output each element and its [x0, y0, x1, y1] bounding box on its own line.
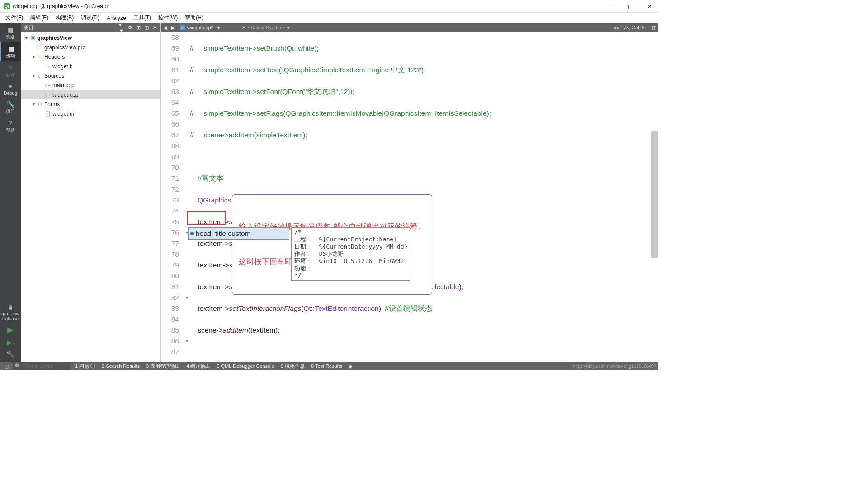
project-tree[interactable]: ▾▣graphicsView 📄graphicsView.pro ▾h.Head… [21, 32, 160, 362]
wrench-icon: 🔧 [6, 100, 15, 108]
run-debug-button[interactable]: ▶⌖ [0, 337, 21, 348]
folder-ui-icon: ui [36, 102, 43, 107]
split-icon[interactable]: ◫ [143, 24, 150, 31]
mode-projects-label: 项目 [6, 108, 15, 115]
folder-h-icon: h. [36, 54, 43, 60]
code-content[interactable]: // simpleTextItem->setBrush(Qt::white); … [190, 32, 658, 362]
close-button[interactable]: ✕ [645, 1, 655, 11]
play-debug-icon: ▶⌖ [7, 338, 14, 347]
mode-help[interactable]: ?帮助 [0, 117, 21, 136]
close-panel-icon[interactable]: ✕ [151, 24, 158, 31]
highlight-box [187, 211, 226, 225]
mode-help-label: 帮助 [6, 127, 15, 134]
mode-edit[interactable]: ▤编辑 [0, 42, 21, 61]
mode-edit-label: 编辑 [6, 53, 15, 59]
symbol-dropdown[interactable]: ▾ [285, 25, 292, 31]
tree-widget-h[interactable]: hwidget.h [21, 61, 160, 71]
menu-analyze[interactable]: Analyze [103, 14, 130, 22]
project-sidebar: 项目 ▾ ▼ ⟳ ⊞ ◫ ✕ ▾▣graphicsView 📄graphicsV… [21, 23, 161, 362]
mode-selector: ▦欢迎 ▤编辑 ✎设计 ⌖Debug 🔧项目 ?帮助 🖥gra…iewRelea… [0, 23, 21, 362]
grid-icon: ▦ [6, 26, 15, 33]
current-file-name: widget.cpp* [187, 25, 213, 30]
search-icon: 🔍 [14, 363, 21, 369]
cpp-file-icon: c+ [44, 92, 52, 98]
sb-more[interactable]: ◆ [346, 363, 355, 369]
snippet-icon [190, 232, 194, 235]
fold-column[interactable]: ▾▾▾ [184, 32, 190, 362]
play-icon: ▶ [7, 325, 14, 335]
code-editor[interactable]: 5859606162636465666768697071727374757677… [161, 32, 658, 362]
build-button[interactable]: 🔨 [0, 348, 21, 360]
sb-compile-output[interactable]: 4 编译输出 [184, 363, 213, 370]
link-icon[interactable]: ⊞ [135, 24, 142, 31]
sb-test-results[interactable]: 8 Test Results [308, 363, 345, 369]
mode-welcome[interactable]: ▦欢迎 [0, 23, 21, 42]
sync-icon[interactable]: ⟳ [127, 24, 133, 31]
app-icon: Qt [4, 3, 10, 9]
kit-selector[interactable]: 🖥gra…iewRelease [0, 302, 21, 323]
design-icon: ✎ [6, 64, 15, 71]
menu-tools[interactable]: 工具(T) [130, 13, 155, 23]
sidebar-title: 项目 [24, 24, 117, 31]
mode-debug[interactable]: ⌖Debug [0, 80, 21, 98]
tree-forms[interactable]: ▾uiForms [21, 99, 160, 109]
filter-icon[interactable]: ▾ ▼ [119, 24, 125, 31]
statusbar: ◫ 🔍 1 问题 ⓘ 2 Search Results 3 应用程序输出 4 编… [0, 362, 658, 370]
tree-main-cpp[interactable]: c+main.cpp [21, 80, 160, 90]
nav-forward[interactable]: ▶ [169, 25, 177, 31]
menubar: 文件(F) 编辑(E) 构建(B) 调试(D) Analyze 工具(T) 控件… [0, 13, 658, 23]
menu-edit[interactable]: 编辑(E) [27, 13, 52, 23]
nav-back[interactable]: ◀ [161, 25, 169, 31]
sb-app-output[interactable]: 3 应用程序输出 [143, 363, 183, 370]
cursor-position: Line: 75, Col: 5 [606, 25, 650, 30]
menu-debug[interactable]: 调试(D) [77, 13, 103, 23]
menu-file[interactable]: 文件(F) [2, 13, 27, 23]
tree-pro-file[interactable]: 📄graphicsView.pro [21, 42, 160, 52]
editor-pane: ◀ ▶ c+ widget.cpp* ▾ ✕ <Select Symbol> ▾… [161, 23, 658, 362]
build-config-label: Release [2, 316, 19, 321]
locator-input[interactable]: 🔍 [13, 362, 71, 370]
tree-widget-cpp[interactable]: c+widget.cpp [21, 90, 160, 99]
menu-help[interactable]: 帮助(H) [181, 13, 207, 23]
run-button[interactable]: ▶ [0, 323, 21, 337]
sb-issues[interactable]: 1 问题 ⓘ [72, 363, 98, 370]
cpp-file-icon: c+ [180, 25, 185, 30]
watermark: https://blog.csdn.net/xiaolong1126626497 [573, 364, 656, 369]
symbol-selector[interactable]: <Select Symbol> [248, 25, 285, 30]
tree-headers[interactable]: ▾h.Headers [21, 52, 160, 61]
maximize-button[interactable]: ▢ [626, 1, 636, 11]
close-file[interactable]: ✕ [240, 25, 248, 31]
sb-general[interactable]: 6 概要信息 [278, 363, 307, 370]
ui-file-icon: 📋 [44, 111, 52, 117]
tree-widget-ui[interactable]: 📋widget.ui [21, 109, 160, 118]
mode-welcome-label: 欢迎 [6, 34, 15, 40]
h-file-icon: h [44, 64, 52, 69]
scrollbar-thumb[interactable] [651, 131, 658, 258]
sb-qml-console[interactable]: 5 QML Debugger Console [214, 363, 277, 369]
tree-sources[interactable]: ▾c.Sources [21, 71, 160, 80]
window-title: widget.cpp @ graphicsView - Qt Creator [13, 3, 607, 9]
locator-field[interactable] [23, 363, 70, 369]
mode-design[interactable]: ✎设计 [0, 61, 21, 80]
fold-marker[interactable]: ▾ [184, 292, 190, 303]
sb-search-results[interactable]: 2 Search Results [99, 363, 142, 369]
line-gutter: 5859606162636465666768697071727374757677… [161, 32, 184, 362]
editor-toolbar: ◀ ▶ c+ widget.cpp* ▾ ✕ <Select Symbol> ▾… [161, 23, 658, 32]
minimize-button[interactable]: — [607, 1, 617, 11]
toggle-sidebar[interactable]: ◫ [2, 363, 12, 369]
mode-debug-label: Debug [4, 91, 17, 96]
project-icon: ▣ [29, 35, 36, 41]
monitor-icon: 🖥 [6, 304, 15, 311]
split-editor[interactable]: ◫ [650, 25, 658, 31]
tree-root[interactable]: ▾▣graphicsView [21, 33, 160, 42]
menu-widgets[interactable]: 控件(W) [155, 13, 181, 23]
fold-marker[interactable]: ▾ [184, 336, 190, 347]
current-file-tab[interactable]: c+ widget.cpp* [177, 23, 216, 32]
autocomplete-popup[interactable]: head_title custom [188, 227, 289, 240]
menu-build[interactable]: 构建(B) [52, 13, 77, 23]
mode-projects[interactable]: 🔧项目 [0, 98, 21, 117]
file-dropdown[interactable]: ▾ [216, 25, 240, 31]
autocomplete-item-label: head_title custom [196, 228, 251, 239]
mode-design-label: 设计 [6, 72, 15, 78]
bug-icon: ⌖ [6, 83, 15, 90]
